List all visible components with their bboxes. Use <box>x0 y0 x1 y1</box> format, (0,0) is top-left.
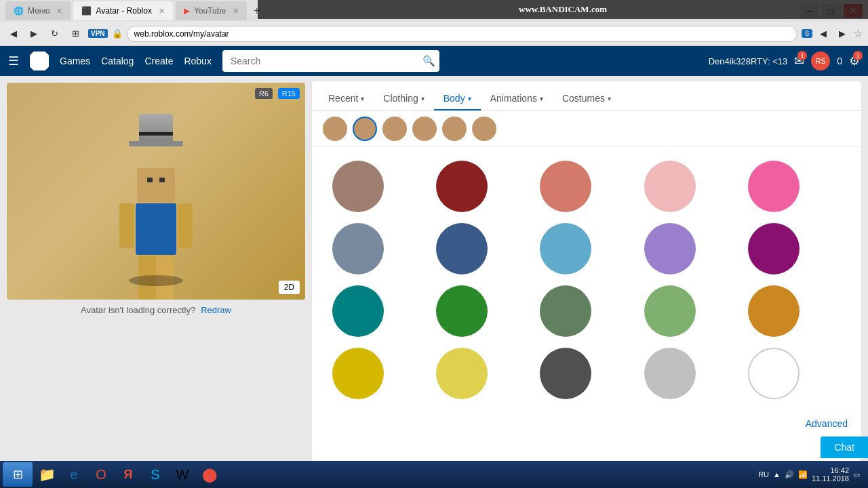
head-icon[interactable] <box>323 117 347 141</box>
left-arm-icon[interactable] <box>382 117 407 141</box>
color-option-19[interactable] <box>748 348 800 399</box>
lang-indicator: RU <box>758 470 769 479</box>
robux-count: 0 <box>837 56 842 66</box>
color-option-6[interactable] <box>436 223 488 274</box>
tab-youtube[interactable]: ▶ YouTube ✕ <box>176 1 247 20</box>
clothing-chevron-icon: ▾ <box>421 95 425 102</box>
recent-chevron-icon: ▾ <box>361 95 364 102</box>
avatar-status: Avatar isn't loading correctly? Redraw <box>81 305 231 315</box>
bandicam-overlay: www.BANDICAM.com <box>258 0 868 19</box>
color-option-10[interactable] <box>332 285 384 337</box>
color-option-8[interactable] <box>644 223 696 274</box>
color-option-2[interactable] <box>540 161 591 212</box>
nav-create-link[interactable]: Create <box>144 56 173 66</box>
avatar-figure <box>136 168 176 255</box>
back-button[interactable]: ◀ <box>5 26 22 41</box>
avatar-shadow <box>129 275 183 286</box>
search-input[interactable] <box>222 50 439 72</box>
search-button[interactable]: 🔍 <box>422 55 435 67</box>
taskbar-opera-icon[interactable]: O <box>88 463 114 486</box>
messages-badge: 1 <box>797 51 807 60</box>
nav-games-link[interactable]: Games <box>60 56 90 66</box>
right-leg-icon[interactable] <box>472 117 496 141</box>
color-option-12[interactable] <box>540 285 591 337</box>
notification-icon[interactable]: ▭ <box>853 470 860 479</box>
advanced-link[interactable]: Advanced <box>312 413 861 434</box>
vpn-badge: VPN <box>88 29 108 38</box>
tab-youtube-close[interactable]: ✕ <box>233 7 239 16</box>
color-option-18[interactable] <box>644 348 696 399</box>
taskbar-clock: 16:42 11.11.2018 <box>812 466 849 483</box>
start-button[interactable]: ⊞ <box>3 462 33 487</box>
color-option-4[interactable] <box>748 161 800 212</box>
tab-roblox-label: Avatar - Roblox <box>96 6 151 16</box>
hamburger-menu[interactable]: ☰ <box>8 54 19 68</box>
tab-animations[interactable]: Animations ▾ <box>481 87 553 110</box>
color-picker-panel: Recent ▾ Clothing ▾ Body ▾ Animations ▾ … <box>312 81 861 461</box>
tab-menu[interactable]: 🌐 Меню ✕ <box>5 1 71 20</box>
tab-body[interactable]: Body ▾ <box>434 87 481 110</box>
color-option-7[interactable] <box>540 223 591 274</box>
nav-prev-button[interactable]: ◀ <box>815 26 831 41</box>
avatar-canvas: R6 R15 <box>7 83 305 300</box>
search-wrapper: 🔍 <box>222 50 439 72</box>
taskbar-word-icon[interactable]: W <box>170 463 195 486</box>
grid-button[interactable]: ⊞ <box>67 26 84 41</box>
nav-next-button[interactable]: ▶ <box>834 26 850 41</box>
bookmark-button[interactable]: ☆ <box>853 27 863 40</box>
body-chevron-icon: ▾ <box>468 95 471 102</box>
tab-roblox-close[interactable]: ✕ <box>159 7 165 16</box>
color-option-17[interactable] <box>540 348 591 399</box>
r15-badge[interactable]: R15 <box>278 88 300 99</box>
color-option-3[interactable] <box>644 161 696 212</box>
taskbar-app2-icon[interactable]: ⬤ <box>197 463 222 486</box>
nav-robux-link[interactable]: Robux <box>184 56 211 66</box>
color-option-5[interactable] <box>332 223 384 274</box>
roblox-rs-button[interactable]: RS <box>811 52 830 70</box>
color-option-15[interactable] <box>332 348 384 399</box>
color-option-14[interactable] <box>748 285 800 337</box>
clock-time: 16:42 <box>812 466 849 474</box>
color-option-9[interactable] <box>748 223 800 274</box>
color-tabs: Recent ▾ Clothing ▾ Body ▾ Animations ▾ … <box>312 81 861 111</box>
nav-catalog-link[interactable]: Catalog <box>101 56 134 66</box>
left-leg-icon[interactable] <box>442 117 467 141</box>
color-option-0[interactable] <box>332 161 384 212</box>
r6-badge[interactable]: R6 <box>255 88 273 99</box>
messages-button[interactable]: ✉ 1 <box>794 54 804 68</box>
url-input[interactable] <box>127 26 798 42</box>
refresh-button[interactable]: ↻ <box>46 26 63 41</box>
chat-button[interactable]: Chat <box>821 436 868 458</box>
user-section: Den4ik328RTY: <13 ✉ 1 RS 0 ⚙ 1 <box>709 52 860 70</box>
redraw-link[interactable]: Redraw <box>201 305 231 315</box>
network-icon: 📶 <box>798 470 808 479</box>
color-option-1[interactable] <box>436 161 488 212</box>
torso-icon[interactable] <box>353 117 377 141</box>
tab-menu-close[interactable]: ✕ <box>56 7 62 16</box>
taskbar-ie-icon[interactable]: e <box>61 463 87 486</box>
tab-costumes[interactable]: Costumes ▾ <box>553 87 620 110</box>
up-arrow-icon: ▲ <box>773 470 781 479</box>
roblox-logo[interactable] <box>30 52 49 70</box>
color-option-16[interactable] <box>436 348 488 399</box>
tab-roblox[interactable]: ⬛ Avatar - Roblox ✕ <box>73 1 172 20</box>
taskbar-system-tray: RU ▲ 🔊 📶 16:42 11.11.2018 ▭ <box>753 466 865 483</box>
forward-button[interactable]: ▶ <box>26 26 42 41</box>
taskbar: ⊞ 📁 e O Я S W ⬤ RU ▲ 🔊 📶 16:42 11.11.201… <box>0 461 868 488</box>
taskbar-explorer-icon[interactable]: 📁 <box>34 463 60 486</box>
settings-badge: 1 <box>853 51 863 60</box>
roblox-navbar: ☰ Games Catalog Create Robux 🔍 Den4ik328… <box>0 46 868 76</box>
avatar-body <box>136 203 176 255</box>
taskbar-skype-icon[interactable]: S <box>142 463 168 486</box>
settings-button[interactable]: ⚙ 1 <box>849 54 860 68</box>
color-option-13[interactable] <box>644 285 696 337</box>
color-option-11[interactable] <box>436 285 488 337</box>
tab-recent[interactable]: Recent ▾ <box>319 87 374 110</box>
costumes-chevron-icon: ▾ <box>608 95 611 102</box>
two-d-button[interactable]: 2D <box>279 281 300 294</box>
nav-right-controls: 6 ◀ ▶ ☆ <box>802 26 863 41</box>
shield-badge: 6 <box>802 29 812 38</box>
tab-clothing[interactable]: Clothing ▾ <box>374 87 433 110</box>
taskbar-yandex-icon[interactable]: Я <box>115 463 141 486</box>
right-arm-icon[interactable] <box>412 117 437 141</box>
